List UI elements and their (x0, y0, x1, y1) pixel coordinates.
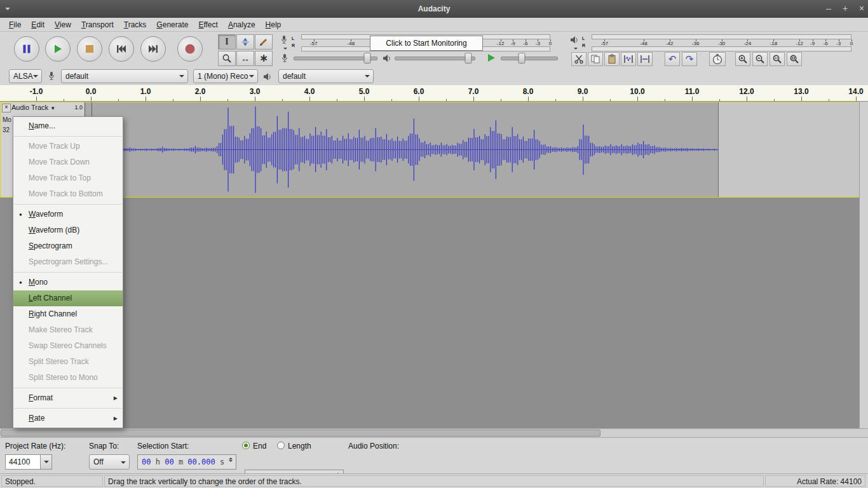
magnifier-icon (222, 53, 232, 64)
recording-device-select[interactable]: default (61, 69, 188, 83)
envelope-icon (240, 37, 250, 47)
zoom-out-button[interactable] (752, 52, 768, 66)
slider-thumb[interactable] (465, 53, 471, 64)
slider-thumb[interactable] (364, 53, 371, 64)
menu-analyze[interactable]: Analyze (223, 18, 261, 32)
vertical-scrollbar[interactable] (859, 102, 868, 428)
track-area-background[interactable] (0, 198, 859, 428)
menu-effect[interactable]: Effect (193, 18, 222, 32)
menu-help[interactable]: Help (261, 18, 287, 32)
multi-tool-button[interactable]: ∗ (255, 51, 273, 66)
ruler-label: 5.0 (359, 87, 370, 96)
audio-clip[interactable] (85, 102, 719, 197)
slider-thumb[interactable] (519, 53, 526, 64)
menu-item-label: Move Track to Top (29, 173, 91, 182)
ruler-minor-tick (364, 99, 365, 101)
copy-button[interactable] (588, 52, 603, 66)
scrollbar-thumb[interactable] (1, 430, 600, 437)
track-content[interactable] (85, 102, 860, 197)
menu-item-label: Move Track Up (29, 142, 80, 151)
menu-item-rate[interactable]: Rate▶ (13, 410, 123, 426)
audio-track[interactable]: × Audio Track ▼ Mo 32 1.0 (0, 102, 859, 198)
menu-file[interactable]: File (4, 18, 26, 32)
zoom-in-button[interactable] (735, 52, 750, 66)
menu-item-label: Mono (29, 278, 48, 287)
ruler-minor-tick (36, 99, 37, 101)
selection-start-field[interactable]: 00 h 00 m 00.000 s (137, 454, 236, 470)
playback-meter[interactable]: LR -57-48-42-36-30-24-18-12-9-6-30 (569, 34, 853, 52)
recording-channels-select[interactable]: 1 (Mono) Reco (193, 69, 258, 83)
play-at-speed-icon[interactable] (487, 53, 496, 62)
menu-item-format[interactable]: Format▶ (13, 390, 123, 406)
horizontal-scrollbar[interactable] (0, 428, 868, 437)
menu-item-right-channel[interactable]: Right Channel (13, 306, 123, 322)
menu-item-name[interactable]: Name... (13, 118, 123, 134)
menu-item-move-track-down: Move Track Down (13, 154, 123, 170)
end-radio[interactable] (242, 442, 250, 449)
cut-button[interactable] (571, 52, 587, 66)
length-radio-label[interactable]: Length (288, 442, 311, 451)
playback-meter-head[interactable]: LR (569, 34, 590, 52)
skip-to-end-button[interactable] (140, 36, 166, 62)
track-close-button[interactable]: × (2, 104, 11, 112)
record-button[interactable] (177, 36, 203, 62)
selection-tool-button[interactable]: I (218, 34, 236, 50)
title-bar[interactable]: Audacity – + × (0, 0, 868, 18)
recording-meter[interactable]: LR -57-48-42-36-30-24-18-12-9-6-30 Click… (278, 34, 552, 52)
zoom-selection-icon (772, 54, 782, 64)
end-radio-label[interactable]: End (253, 442, 266, 451)
play-button[interactable] (45, 36, 71, 62)
skip-to-end-icon (148, 44, 158, 53)
ruler-minor-tick (227, 99, 228, 101)
playback-volume-slider[interactable] (395, 53, 475, 63)
maximize-button[interactable]: + (837, 0, 853, 18)
menu-generate[interactable]: Generate (151, 18, 193, 32)
project-rate-input[interactable]: 44100 (5, 454, 41, 470)
menu-item-left-channel[interactable]: Left Channel (13, 290, 123, 306)
menu-item-spectrogram[interactable]: Spectrogram (13, 238, 123, 254)
undo-button[interactable]: ↶ (665, 52, 680, 66)
length-radio[interactable] (277, 442, 285, 449)
audio-host-select[interactable]: ALSA (9, 69, 42, 83)
menu-item-waveform-db[interactable]: Waveform (dB) (13, 222, 123, 238)
recording-meter-head[interactable]: LR (278, 34, 300, 52)
meter-scale-number: -24 (744, 41, 752, 46)
skip-to-start-button[interactable] (109, 36, 134, 62)
menu-tracks[interactable]: Tracks (119, 18, 152, 32)
minimize-button[interactable]: – (820, 0, 837, 18)
fit-project-button[interactable] (787, 52, 802, 66)
paste-button[interactable] (604, 52, 620, 66)
spinner-icon[interactable] (229, 457, 234, 463)
playback-device-select[interactable]: default (278, 69, 374, 83)
trim-icon (623, 54, 634, 64)
timeshift-tool-button[interactable]: ↔ (236, 51, 254, 66)
draw-tool-button[interactable] (255, 34, 273, 50)
ruler-minor-tick (801, 99, 802, 101)
recording-volume-slider[interactable] (294, 53, 377, 63)
envelope-tool-button[interactable] (236, 34, 254, 50)
timeline-ruler[interactable]: -1.00.01.02.03.04.05.06.07.08.09.010.011… (0, 85, 868, 102)
zoom-to-selection-button[interactable] (770, 52, 785, 66)
stop-button[interactable] (77, 36, 102, 62)
menu-view[interactable]: View (50, 18, 76, 32)
menu-edit[interactable]: Edit (26, 18, 50, 32)
trim-outside-button[interactable] (621, 52, 636, 66)
ruler-minor-tick (528, 99, 529, 101)
track-bitdepth-info: 32 (3, 126, 10, 133)
project-rate-dropdown-button[interactable] (40, 454, 52, 470)
menu-item-mono[interactable]: ●Mono (13, 274, 123, 290)
track-title-menu[interactable]: Audio Track ▼ (11, 104, 55, 111)
snap-to-select[interactable]: Off (89, 454, 130, 470)
close-button[interactable]: × (853, 0, 868, 18)
pause-button[interactable] (14, 36, 39, 62)
timer-record-button[interactable] (709, 52, 726, 66)
play-speed-slider[interactable] (501, 53, 558, 63)
menu-item-waveform[interactable]: ●Waveform (13, 207, 123, 222)
monitor-text[interactable]: Click to Start Monitoring (370, 36, 483, 51)
selection-toolbar: Project Rate (Hz): Snap To: Selection St… (0, 437, 868, 473)
menu-item-spectrogram-settings: Spectrogram Settings... (13, 254, 123, 270)
redo-button[interactable]: ↷ (682, 52, 697, 66)
menu-transport[interactable]: Transport (76, 18, 119, 32)
zoom-tool-button[interactable] (218, 51, 236, 66)
silence-selection-button[interactable] (637, 52, 653, 66)
